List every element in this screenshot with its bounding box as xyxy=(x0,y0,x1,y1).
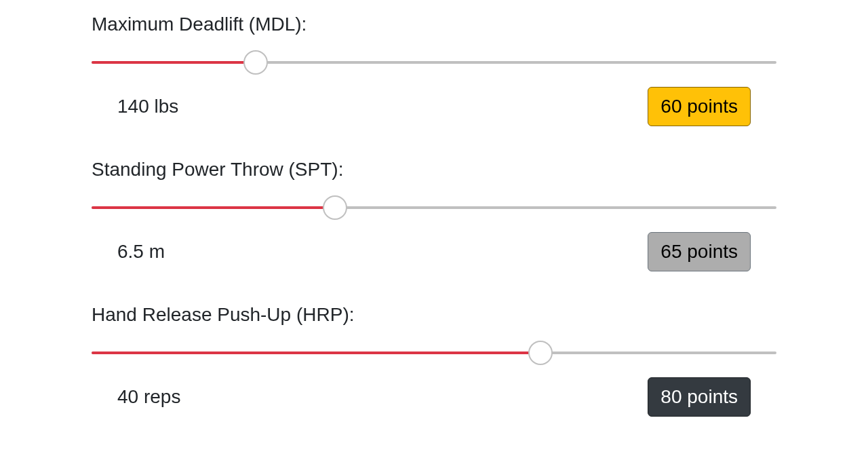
slider-track xyxy=(92,352,776,354)
slider-handle[interactable] xyxy=(528,341,553,365)
slider-track xyxy=(92,206,776,209)
slider-handle[interactable] xyxy=(323,195,347,220)
exercise-label-spt: Standing Power Throw (SPT): xyxy=(92,159,776,180)
exercise-block-mdl: Maximum Deadlift (MDL): 140 lbs 60 point… xyxy=(92,14,776,126)
value-text-spt: 6.5 m xyxy=(117,241,165,263)
value-row: 140 lbs 60 points xyxy=(92,87,776,126)
value-text-hrp: 40 reps xyxy=(117,386,180,408)
slider-spt[interactable] xyxy=(92,195,776,220)
points-badge-mdl: 60 points xyxy=(648,87,751,126)
value-row: 6.5 m 65 points xyxy=(92,232,776,271)
slider-fill xyxy=(92,206,335,209)
exercise-block-hrp: Hand Release Push-Up (HRP): 40 reps 80 p… xyxy=(92,304,776,417)
slider-track xyxy=(92,61,776,64)
points-badge-hrp: 80 points xyxy=(648,377,751,417)
slider-fill xyxy=(92,352,540,354)
exercise-label-hrp: Hand Release Push-Up (HRP): xyxy=(92,304,776,326)
slider-handle[interactable] xyxy=(243,50,268,75)
points-badge-spt: 65 points xyxy=(648,232,751,271)
slider-hrp[interactable] xyxy=(92,341,776,365)
slider-fill xyxy=(92,61,256,64)
value-row: 40 reps 80 points xyxy=(92,377,776,417)
slider-mdl[interactable] xyxy=(92,50,776,75)
value-text-mdl: 140 lbs xyxy=(117,96,178,117)
exercise-label-mdl: Maximum Deadlift (MDL): xyxy=(92,14,776,35)
exercise-block-spt: Standing Power Throw (SPT): 6.5 m 65 poi… xyxy=(92,159,776,271)
